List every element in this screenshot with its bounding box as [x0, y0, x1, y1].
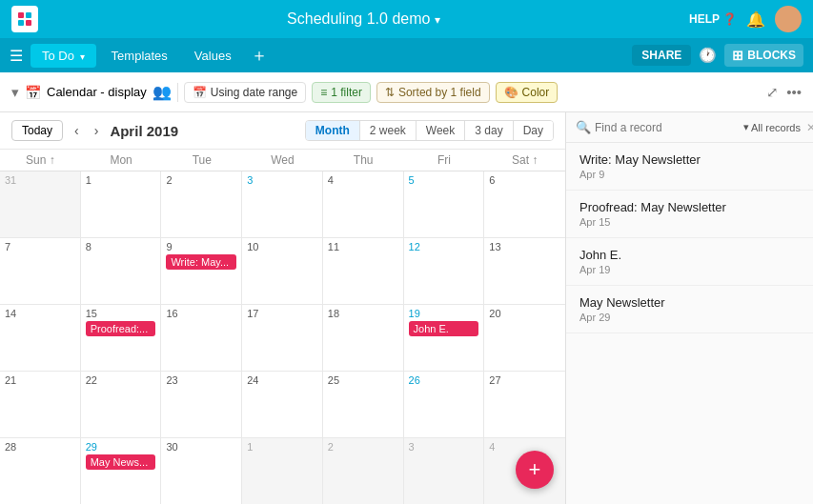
- view-tab-week[interactable]: Week: [416, 121, 464, 140]
- month-title: April 2019: [110, 123, 178, 139]
- filter-button[interactable]: ≡ 1 filter: [312, 82, 371, 103]
- day-header-sat: Sat ↑: [484, 150, 565, 171]
- day-cell[interactable]: 14: [0, 305, 81, 371]
- view-tab-month[interactable]: Month: [306, 121, 359, 140]
- color-button[interactable]: 🎨 Color: [496, 82, 559, 103]
- record-item[interactable]: Write: May NewsletterApr 9: [566, 143, 813, 191]
- day-number: 6: [489, 174, 560, 186]
- day-headers: Sun ↑ Mon Tue Wed Thu Fri Sat ↑: [0, 150, 565, 171]
- event-chip[interactable]: Write: May...: [166, 254, 236, 270]
- calendar-header: Today ‹ › April 2019 Month 2 week Week 3…: [0, 112, 565, 150]
- day-cell[interactable]: 29May News...: [81, 438, 162, 504]
- record-item[interactable]: Proofread: May NewsletterApr 15: [566, 191, 813, 238]
- week-row: 2829May News...301234: [0, 438, 565, 504]
- day-cell[interactable]: 3: [242, 171, 323, 237]
- event-chip[interactable]: John E.: [409, 321, 479, 336]
- record-list: Write: May NewsletterApr 9Proofread: May…: [566, 143, 813, 504]
- day-cell[interactable]: 15Proofread:...: [81, 305, 162, 371]
- day-cell[interactable]: 16: [161, 305, 242, 371]
- day-number: 22: [86, 374, 156, 386]
- day-cell[interactable]: 3: [404, 438, 485, 504]
- history-icon[interactable]: 🕐: [699, 47, 717, 64]
- day-number: 24: [247, 374, 317, 386]
- day-cell[interactable]: 24: [242, 372, 323, 437]
- week-row: 31123456: [0, 171, 565, 238]
- view-tab-day[interactable]: Day: [513, 121, 553, 140]
- app-title: Scheduling 1.0 demo ▾: [48, 10, 680, 28]
- day-cell[interactable]: 31: [0, 171, 81, 237]
- day-cell[interactable]: 2: [161, 171, 242, 237]
- today-button[interactable]: Today: [11, 120, 63, 141]
- record-item[interactable]: May NewsletterApr 29: [566, 286, 813, 333]
- day-number: 14: [5, 308, 75, 319]
- tab-todo[interactable]: To Do ▾: [30, 44, 96, 68]
- day-cell[interactable]: 22: [81, 372, 162, 437]
- date-range-button[interactable]: 📅 Using date range: [184, 82, 306, 103]
- all-records-button[interactable]: ▾ All records: [743, 121, 801, 133]
- day-cell[interactable]: 21: [0, 372, 81, 437]
- day-cell[interactable]: 23: [161, 372, 242, 437]
- tab-values[interactable]: Values: [183, 44, 243, 68]
- event-chip[interactable]: Proofread:...: [86, 321, 156, 336]
- day-cell[interactable]: 1: [81, 171, 162, 237]
- prev-month-button[interactable]: ‹: [71, 121, 83, 140]
- record-item[interactable]: John E.Apr 19: [566, 238, 813, 286]
- sort-button[interactable]: ⇅ Sorted by 1 field: [376, 82, 490, 103]
- record-title: Proofread: May Newsletter: [579, 200, 800, 214]
- day-number: 21: [5, 374, 75, 386]
- notifications-icon[interactable]: 🔔: [746, 10, 765, 29]
- day-cell[interactable]: 19John E.: [404, 305, 485, 371]
- day-cell[interactable]: 28: [0, 438, 81, 504]
- record-title: Write: May Newsletter: [579, 152, 800, 167]
- hamburger-icon[interactable]: ☰: [10, 47, 23, 65]
- close-search-icon[interactable]: ✕: [806, 121, 813, 134]
- day-cell[interactable]: 2: [323, 438, 404, 504]
- more-options-icon[interactable]: •••: [786, 84, 802, 100]
- event-chip[interactable]: May News...: [86, 454, 156, 470]
- day-cell[interactable]: 5: [404, 171, 485, 237]
- day-cell[interactable]: 6: [484, 171, 565, 237]
- view-tab-2week[interactable]: 2 week: [359, 121, 416, 140]
- day-cell[interactable]: 9Write: May...: [161, 238, 242, 304]
- day-cell[interactable]: 10: [242, 238, 323, 304]
- day-number: 28: [5, 441, 75, 453]
- day-cell[interactable]: 25: [323, 372, 404, 437]
- day-number: 2: [328, 441, 398, 453]
- chevron-down-icon[interactable]: ▾: [11, 84, 19, 101]
- day-cell[interactable]: 18: [323, 305, 404, 371]
- add-tab-button[interactable]: ＋: [251, 44, 268, 67]
- tab-templates[interactable]: Templates: [100, 44, 179, 68]
- day-number: 18: [328, 308, 398, 319]
- day-cell[interactable]: 4: [323, 171, 404, 237]
- day-cell[interactable]: 7: [0, 238, 81, 304]
- day-header-tue: Tue: [161, 150, 242, 171]
- day-cell[interactable]: 12: [404, 238, 485, 304]
- add-record-fab[interactable]: +: [516, 451, 554, 489]
- view-tabs: Month 2 week Week 3 day Day: [305, 120, 554, 141]
- people-icon[interactable]: 👥: [152, 83, 172, 101]
- search-input[interactable]: [595, 121, 738, 134]
- help-button[interactable]: HELP ❓: [689, 12, 737, 26]
- record-title: John E.: [579, 248, 800, 262]
- day-cell[interactable]: 1: [242, 438, 323, 504]
- day-cell[interactable]: 17: [242, 305, 323, 371]
- day-cell[interactable]: 11: [323, 238, 404, 304]
- day-cell[interactable]: 27: [484, 372, 565, 437]
- weeks-container: 31123456789Write: May...101112131415Proo…: [0, 171, 565, 504]
- day-cell[interactable]: 26: [404, 372, 485, 437]
- day-cell[interactable]: 13: [484, 238, 565, 304]
- day-number: 10: [247, 241, 317, 252]
- share-button[interactable]: SHARE: [632, 45, 691, 66]
- logo[interactable]: [11, 6, 38, 32]
- search-wrap: 🔍: [576, 120, 738, 134]
- calendar-display-label[interactable]: Calendar - display: [47, 85, 147, 99]
- avatar[interactable]: [775, 6, 802, 32]
- day-cell[interactable]: 8: [81, 238, 162, 304]
- day-cell[interactable]: 30: [161, 438, 242, 504]
- day-cell[interactable]: 20: [484, 305, 565, 371]
- expand-icon[interactable]: ⤢: [766, 84, 779, 101]
- blocks-button[interactable]: ⊞ BLOCKS: [724, 44, 803, 67]
- next-month-button[interactable]: ›: [91, 121, 103, 140]
- view-tab-3day[interactable]: 3 day: [464, 121, 512, 140]
- nav-right-actions: SHARE 🕐 ⊞ BLOCKS: [632, 44, 803, 67]
